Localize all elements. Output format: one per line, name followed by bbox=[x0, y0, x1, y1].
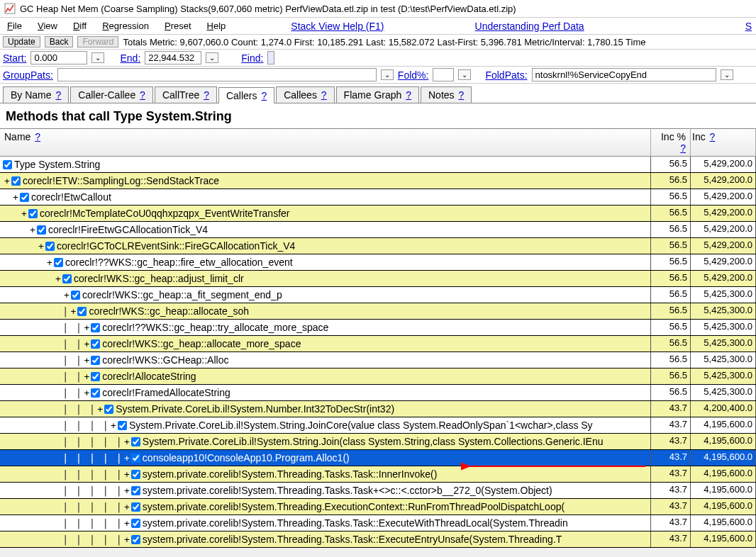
row-checkbox[interactable] bbox=[131, 454, 140, 463]
table-row[interactable]: | | | | | +system.private.corelib!System… bbox=[0, 499, 756, 515]
foldpct-dropdown[interactable]: ⌄ bbox=[458, 69, 471, 80]
expand-icon[interactable]: + bbox=[3, 176, 11, 186]
expand-icon[interactable]: + bbox=[69, 306, 77, 317]
expand-icon[interactable]: + bbox=[123, 502, 131, 512]
expand-icon[interactable]: + bbox=[54, 274, 62, 284]
grouppats-dropdown[interactable]: ⌄ bbox=[381, 69, 394, 80]
grouppats-input[interactable] bbox=[57, 68, 377, 81]
row-checkbox[interactable] bbox=[91, 388, 100, 398]
menu-diff[interactable]: Diff bbox=[70, 19, 89, 33]
start-label[interactable]: Start: bbox=[3, 52, 26, 64]
update-button[interactable]: Update bbox=[3, 36, 40, 47]
expand-icon[interactable]: + bbox=[11, 192, 20, 203]
table-row[interactable]: +coreclr!WKS::gc_heap::adjust_limit_clr5… bbox=[0, 271, 756, 287]
expand-icon[interactable]: + bbox=[123, 518, 131, 529]
end-label[interactable]: End: bbox=[120, 52, 140, 64]
expand-icon[interactable]: + bbox=[123, 437, 131, 447]
row-checkbox[interactable] bbox=[118, 421, 127, 430]
row-checkbox[interactable] bbox=[77, 307, 87, 316]
expand-icon[interactable]: + bbox=[82, 388, 91, 398]
expand-icon[interactable]: + bbox=[37, 241, 45, 252]
menu-extra[interactable]: S bbox=[745, 21, 752, 32]
expand-icon[interactable]: + bbox=[123, 534, 131, 545]
expand-icon[interactable]: + bbox=[123, 453, 131, 463]
understanding-perf-link[interactable]: Understanding Perf Data bbox=[475, 21, 584, 32]
expand-icon[interactable]: + bbox=[82, 322, 91, 333]
tab-caller-callee[interactable]: Caller-Callee ? bbox=[70, 86, 153, 103]
expand-icon[interactable]: + bbox=[82, 371, 91, 382]
table-row[interactable]: | | +coreclr!WKS::gc_heap::allocate_more… bbox=[0, 336, 756, 352]
foldpct-input[interactable] bbox=[433, 68, 454, 81]
row-checkbox[interactable] bbox=[131, 470, 140, 479]
col-inc[interactable]: Inc ? bbox=[691, 129, 756, 156]
table-row[interactable]: +coreclr!EtwCallout56.55,429,200.0 bbox=[0, 189, 756, 206]
table-row[interactable]: +coreclr!FireEtwGCAllocationTick_V456.55… bbox=[0, 222, 756, 238]
foldpats-label[interactable]: FoldPats: bbox=[485, 69, 527, 81]
back-button[interactable]: Back bbox=[45, 36, 74, 47]
row-checkbox[interactable] bbox=[104, 405, 113, 414]
foldpats-dropdown[interactable]: ⌄ bbox=[721, 69, 733, 80]
table-row[interactable]: | | | | | +system.private.corelib!System… bbox=[0, 483, 756, 499]
expand-icon[interactable]: + bbox=[20, 208, 28, 219]
row-checkbox[interactable] bbox=[91, 339, 100, 349]
table-row[interactable]: | | | | | +consoleapp10!ConsoleApp10.Pro… bbox=[0, 450, 756, 466]
row-checkbox[interactable] bbox=[131, 502, 140, 512]
table-row[interactable]: | | | | | +system.private.corelib!System… bbox=[0, 531, 756, 548]
table-row[interactable]: +coreclr!GCToCLREventSink::FireGCAllocat… bbox=[0, 238, 756, 254]
row-checkbox[interactable] bbox=[11, 176, 21, 186]
expand-icon[interactable]: + bbox=[109, 420, 118, 431]
menu-help[interactable]: Help bbox=[204, 19, 229, 33]
table-row[interactable]: | | | | | +system.private.corelib!System… bbox=[0, 515, 756, 531]
table-row[interactable]: +coreclr!WKS::gc_heap::a_fit_segment_end… bbox=[0, 287, 756, 303]
table-row[interactable]: | | | | |+System.Private.CoreLib.il!Syst… bbox=[0, 434, 756, 450]
table-row[interactable]: | | | |+System.Private.CoreLib.il!System… bbox=[0, 417, 756, 434]
end-input[interactable] bbox=[145, 51, 201, 64]
row-checkbox[interactable] bbox=[62, 274, 72, 283]
tab-flame-graph[interactable]: Flame Graph ? bbox=[336, 86, 419, 103]
row-checkbox[interactable] bbox=[131, 437, 140, 446]
table-row[interactable]: | |+coreclr!??WKS::gc_heap::try_allocate… bbox=[0, 320, 756, 336]
menu-view[interactable]: View bbox=[35, 19, 60, 33]
tab-callees[interactable]: Callees ? bbox=[276, 86, 334, 103]
col-name[interactable]: Name ? bbox=[0, 129, 651, 156]
row-checkbox[interactable] bbox=[131, 519, 140, 528]
table-row[interactable]: | | +coreclr!WKS::GCHeap::Alloc56.55,425… bbox=[0, 352, 756, 368]
expand-icon[interactable]: + bbox=[62, 290, 71, 300]
tab-notes[interactable]: Notes ? bbox=[421, 86, 472, 103]
table-row[interactable]: | | +coreclr!AllocateString56.55,425,300… bbox=[0, 368, 756, 385]
table-row[interactable]: |+coreclr!WKS::gc_heap::allocate_soh56.5… bbox=[0, 303, 756, 320]
table-row[interactable]: +coreclr!??WKS::gc_heap::fire_etw_alloca… bbox=[0, 254, 756, 271]
row-checkbox[interactable] bbox=[3, 160, 12, 169]
table-row[interactable]: | | |+System.Private.CoreLib.il!System.N… bbox=[0, 401, 756, 417]
row-checkbox[interactable] bbox=[45, 242, 55, 251]
tab-callers[interactable]: Callers ? bbox=[218, 87, 274, 103]
menu-file[interactable]: File bbox=[4, 19, 25, 33]
row-checkbox[interactable] bbox=[91, 323, 100, 332]
table-row[interactable]: | | +coreclr!FramedAllocateString56.55,4… bbox=[0, 385, 756, 401]
row-checkbox[interactable] bbox=[91, 356, 100, 365]
menu-regression[interactable]: Regression bbox=[99, 19, 152, 33]
menu-preset[interactable]: Preset bbox=[162, 19, 194, 33]
expand-icon[interactable]: + bbox=[45, 257, 54, 268]
expand-icon[interactable]: + bbox=[28, 225, 37, 235]
row-checkbox[interactable] bbox=[91, 372, 100, 381]
foldpct-label[interactable]: Fold%: bbox=[398, 69, 429, 81]
forward-button[interactable]: Forward bbox=[77, 36, 118, 47]
expand-icon[interactable]: + bbox=[123, 469, 131, 480]
expand-icon[interactable]: + bbox=[82, 355, 91, 366]
stack-view-help-link[interactable]: Stack View Help (F1) bbox=[291, 21, 384, 32]
expand-icon[interactable]: + bbox=[123, 485, 131, 496]
row-checkbox[interactable] bbox=[131, 535, 140, 544]
row-checkbox[interactable] bbox=[71, 291, 80, 300]
table-row[interactable]: Type System.String56.55,429,200.0 bbox=[0, 157, 756, 173]
table-row[interactable]: +coreclr!McTemplateCoU0qqhxpzqpx_EventWr… bbox=[0, 206, 756, 222]
expand-icon[interactable]: + bbox=[82, 339, 91, 349]
find-label[interactable]: Find: bbox=[241, 52, 263, 64]
tab-calltree[interactable]: CallTree ? bbox=[155, 86, 217, 103]
start-dropdown[interactable]: ⌄ bbox=[91, 52, 104, 63]
expand-icon[interactable]: + bbox=[96, 404, 104, 415]
table-row[interactable]: +coreclr!ETW::SamplingLog::SendStackTrac… bbox=[0, 173, 756, 189]
grouppats-label[interactable]: GroupPats: bbox=[3, 69, 53, 81]
foldpats-input[interactable] bbox=[532, 68, 716, 81]
row-checkbox[interactable] bbox=[37, 225, 46, 235]
